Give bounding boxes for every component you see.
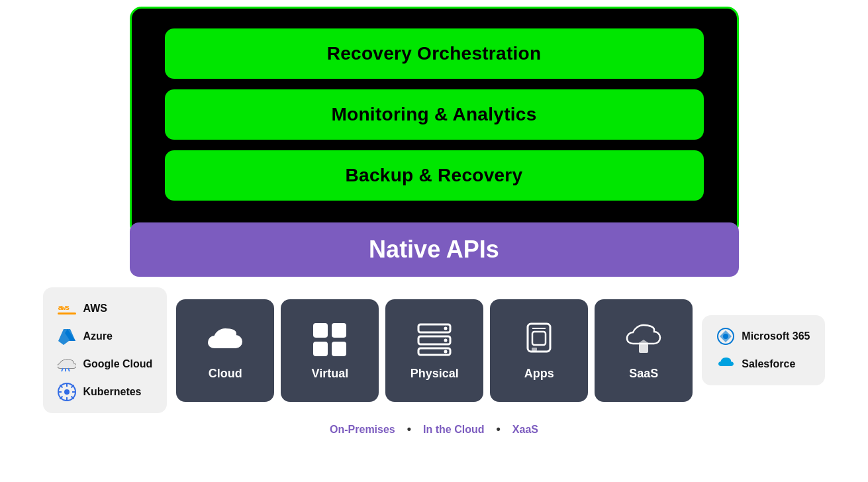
recovery-orchestration-pill: Recovery Orchestration bbox=[165, 28, 704, 79]
tiles-row: Cloud Virtual bbox=[176, 299, 693, 402]
logo-google-cloud: Google Cloud bbox=[58, 355, 152, 373]
svg-point-29 bbox=[723, 334, 728, 339]
azure-icon bbox=[58, 327, 76, 346]
physical-tile-icon bbox=[415, 320, 454, 359]
svg-rect-14 bbox=[313, 342, 328, 356]
svg-point-3 bbox=[64, 389, 70, 395]
logo-kubernetes: Kubernetes bbox=[58, 383, 152, 401]
logo-salesforce: Salesforce bbox=[716, 355, 810, 373]
svg-marker-27 bbox=[638, 340, 650, 344]
svg-point-20 bbox=[444, 338, 448, 342]
monitoring-analytics-pill: Monitoring & Analytics bbox=[165, 89, 704, 140]
svg-rect-13 bbox=[332, 323, 346, 338]
svg-rect-24 bbox=[532, 348, 537, 351]
footer-on-premises: On-Premises bbox=[330, 424, 395, 436]
svg-rect-23 bbox=[532, 332, 546, 345]
tile-saas: SaaS bbox=[595, 299, 693, 402]
svg-rect-15 bbox=[332, 342, 346, 356]
salesforce-icon bbox=[716, 355, 735, 373]
left-logos-panel: aws AWS Azure bbox=[43, 287, 167, 413]
cloud-tile-icon bbox=[206, 320, 244, 359]
tile-physical: Physical bbox=[385, 299, 483, 402]
main-wrapper: Recovery Orchestration Monitoring & Anal… bbox=[13, 7, 855, 436]
saas-tile-icon bbox=[624, 320, 663, 359]
footer-xaas: XaaS bbox=[512, 424, 538, 436]
kubernetes-icon bbox=[58, 383, 76, 401]
svg-point-19 bbox=[444, 326, 448, 330]
apps-tile-icon bbox=[520, 320, 558, 359]
black-container: Recovery Orchestration Monitoring & Anal… bbox=[130, 7, 739, 236]
tile-cloud: Cloud bbox=[176, 299, 274, 402]
tile-virtual: Virtual bbox=[281, 299, 379, 402]
aws-icon: aws bbox=[58, 299, 76, 318]
logo-aws: aws AWS bbox=[58, 299, 152, 318]
microsoft365-icon bbox=[716, 327, 735, 346]
svg-rect-12 bbox=[313, 323, 328, 338]
logo-microsoft365: Microsoft 365 bbox=[716, 327, 810, 346]
dot-1: • bbox=[407, 422, 411, 436]
tile-apps: Apps bbox=[490, 299, 588, 402]
logo-azure: Azure bbox=[58, 327, 152, 346]
right-logos-panel: Microsoft 365 Salesforce bbox=[702, 315, 824, 385]
dot-2: • bbox=[497, 422, 501, 436]
bottom-section: aws AWS Azure bbox=[13, 287, 855, 413]
google-cloud-icon bbox=[58, 355, 76, 373]
svg-rect-26 bbox=[639, 344, 648, 353]
svg-point-21 bbox=[444, 350, 448, 353]
footer-in-the-cloud: In the Cloud bbox=[423, 424, 484, 436]
footer-row: On-Premises • In the Cloud • XaaS bbox=[330, 422, 538, 436]
virtual-tile-icon bbox=[311, 320, 349, 359]
backup-recovery-pill: Backup & Recovery bbox=[165, 150, 704, 201]
native-apis-bar: Native APIs bbox=[130, 222, 739, 277]
